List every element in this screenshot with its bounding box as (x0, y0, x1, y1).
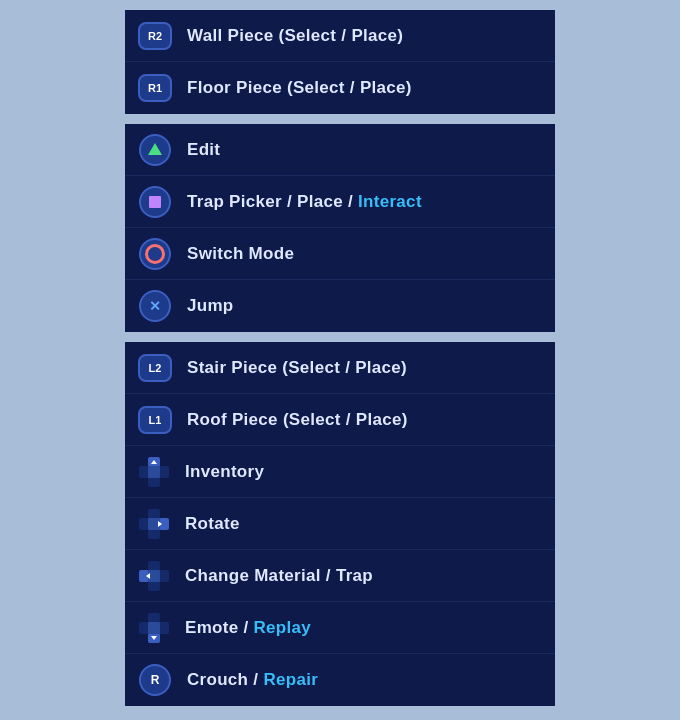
row-roof-piece: L1 Roof Piece (Select / Place) (125, 394, 555, 446)
r-circle-icon: R (137, 662, 173, 698)
row-trap-picker: Trap Picker / Place / Interact (125, 176, 555, 228)
trap-picker-label: Trap Picker / Place / Interact (187, 192, 422, 212)
switch-mode-label: Switch Mode (187, 244, 294, 264)
row-edit: Edit (125, 124, 555, 176)
svg-rect-12 (148, 561, 160, 571)
row-inventory: Inventory (125, 446, 555, 498)
svg-rect-8 (139, 518, 149, 530)
row-change-material: Change Material / Trap (125, 550, 555, 602)
row-stair-piece: L2 Stair Piece (Select / Place) (125, 342, 555, 394)
row-wall-piece: R2 Wall Piece (Select / Place) (125, 10, 555, 62)
row-rotate: Rotate (125, 498, 555, 550)
row-emote: Emote / Replay (125, 602, 555, 654)
roof-piece-label: Roof Piece (Select / Place) (187, 410, 408, 430)
crouch-label: Crouch / Repair (187, 670, 318, 690)
floor-piece-label: Floor Piece (Select / Place) (187, 78, 412, 98)
svg-rect-6 (148, 509, 160, 519)
change-material-label: Change Material / Trap (185, 566, 373, 586)
jump-label: Jump (187, 296, 234, 316)
r2-icon: R2 (137, 18, 173, 54)
svg-rect-20 (139, 622, 149, 634)
rotate-label: Rotate (185, 514, 240, 534)
edit-label: Edit (187, 140, 220, 160)
dpad-down-icon (137, 611, 171, 645)
group-face-buttons: Edit Trap Picker / Place / Interact Swit… (125, 124, 555, 332)
svg-rect-22 (148, 622, 160, 634)
inventory-label: Inventory (185, 462, 264, 482)
svg-rect-2 (139, 466, 149, 478)
keybind-list: R2 Wall Piece (Select / Place) R1 Floor … (125, 10, 555, 710)
svg-rect-18 (148, 613, 160, 623)
emote-label: Emote / Replay (185, 618, 311, 638)
svg-rect-13 (148, 581, 160, 591)
dpad-right-icon (137, 507, 171, 541)
l1-icon: L1 (137, 402, 173, 438)
svg-rect-21 (159, 622, 169, 634)
row-jump: ✕ Jump (125, 280, 555, 332)
stair-piece-label: Stair Piece (Select / Place) (187, 358, 407, 378)
svg-rect-3 (159, 466, 169, 478)
x-icon: ✕ (137, 288, 173, 324)
square-icon (137, 184, 173, 220)
circle-icon (137, 236, 173, 272)
group-shoulder-top: R2 Wall Piece (Select / Place) R1 Floor … (125, 10, 555, 114)
wall-piece-label: Wall Piece (Select / Place) (187, 26, 403, 46)
group-shoulder-bottom-dpad: L2 Stair Piece (Select / Place) L1 Roof … (125, 342, 555, 706)
row-floor-piece: R1 Floor Piece (Select / Place) (125, 62, 555, 114)
svg-rect-7 (148, 529, 160, 539)
r1-icon: R1 (137, 70, 173, 106)
svg-rect-1 (148, 477, 160, 487)
row-switch-mode: Switch Mode (125, 228, 555, 280)
dpad-left-icon (137, 559, 171, 593)
dpad-up-icon (137, 455, 171, 489)
triangle-icon (137, 132, 173, 168)
svg-rect-4 (148, 466, 160, 478)
svg-rect-15 (159, 570, 169, 582)
l2-icon: L2 (137, 350, 173, 386)
row-crouch: R Crouch / Repair (125, 654, 555, 706)
